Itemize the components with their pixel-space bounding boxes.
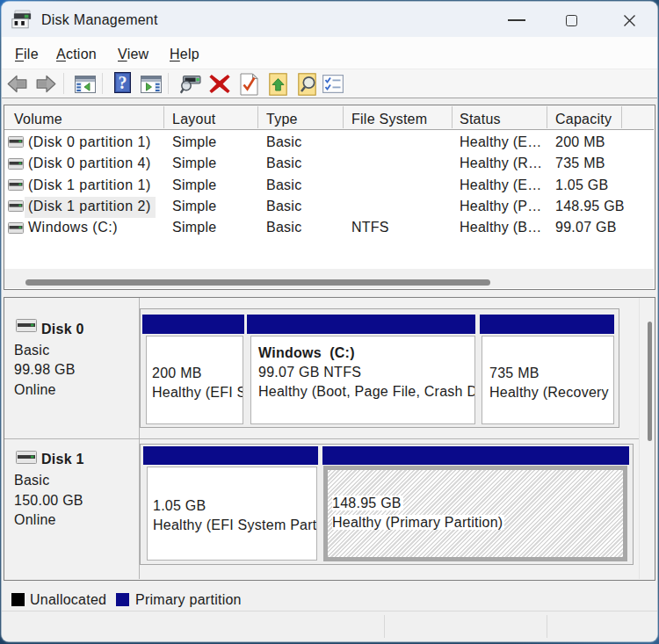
svg-text:?: ? <box>119 73 127 92</box>
